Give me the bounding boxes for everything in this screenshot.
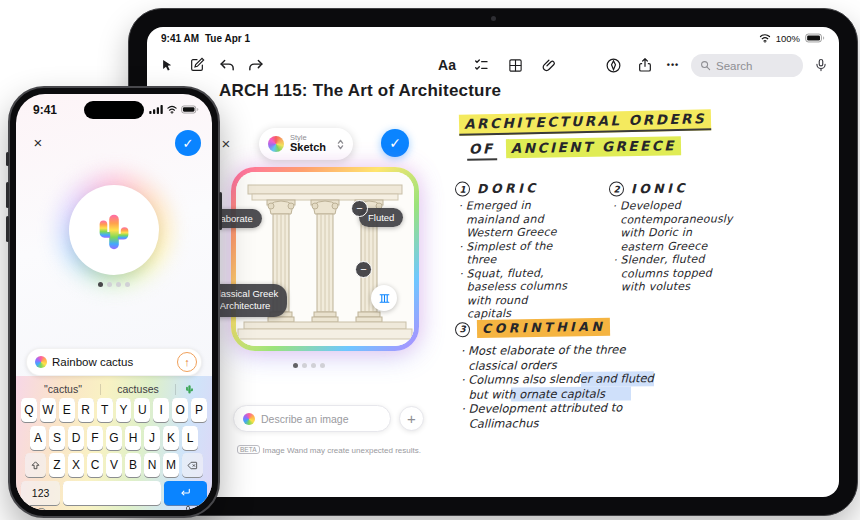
select-tool-icon[interactable] — [155, 53, 179, 77]
format-button[interactable]: Aa — [435, 53, 459, 77]
key-w[interactable]: W — [40, 398, 56, 422]
markup-pen-icon[interactable] — [601, 53, 625, 77]
undo-icon[interactable] — [215, 53, 239, 77]
note-line-with-round: with round — [459, 293, 567, 308]
key-a[interactable]: A — [30, 426, 46, 450]
key-q[interactable]: Q — [21, 398, 37, 422]
note-line--squat-fluted-: · Squat, fluted, — [459, 266, 567, 281]
remove-tag-icon[interactable]: − — [355, 261, 372, 278]
share-icon[interactable] — [633, 53, 657, 77]
key-d[interactable]: D — [68, 426, 84, 450]
suggestion-alt[interactable]: cactuses — [101, 383, 175, 395]
dynamic-island — [84, 101, 144, 119]
style-value: Sketch — [290, 142, 331, 154]
return-icon — [179, 486, 192, 499]
generated-image-card[interactable] — [231, 167, 419, 351]
chevron-up-down-icon — [337, 139, 344, 150]
note-line--simplest-of-the: · Simplest of the — [459, 239, 567, 254]
key-c[interactable]: C — [87, 453, 103, 477]
checklist-icon[interactable] — [469, 53, 493, 77]
key-z[interactable]: Z — [49, 453, 65, 477]
image-page-dots[interactable] — [293, 363, 325, 368]
search-input[interactable]: Search — [691, 54, 803, 77]
key-k[interactable]: K — [163, 426, 179, 450]
predictive-bar: "cactus" cactuses — [16, 381, 212, 397]
genmoji-icon — [35, 356, 47, 368]
circled-number: 3 — [455, 322, 470, 337]
genmoji-preview[interactable] — [69, 185, 159, 275]
action-button — [6, 152, 9, 166]
column-style-chip[interactable] — [371, 285, 397, 311]
redo-icon[interactable] — [243, 53, 267, 77]
key-l[interactable]: L — [182, 426, 198, 450]
battery-icon — [181, 105, 199, 114]
key-u[interactable]: U — [134, 398, 150, 422]
shift-key[interactable] — [25, 453, 46, 477]
note-line--slender-fluted: · Slender, fluted — [613, 252, 733, 267]
keyboard-row-1: QWERTYUIOP — [16, 398, 212, 422]
key-f[interactable]: F — [87, 426, 103, 450]
key-r[interactable]: R — [78, 398, 94, 422]
more-icon[interactable]: ••• — [661, 53, 685, 77]
suggestion-literal[interactable]: "cactus" — [26, 383, 100, 395]
return-key[interactable] — [164, 481, 207, 505]
dictation-icon[interactable] — [809, 53, 833, 77]
key-e[interactable]: E — [59, 398, 75, 422]
key-s[interactable]: S — [49, 426, 65, 450]
notes-heading-1: ARCHITECTURAL ORDERS — [459, 110, 711, 132]
date: Tue Apr 1 — [205, 33, 250, 44]
note-line--emerged-in: · Emerged in — [458, 198, 566, 213]
dictation-icon[interactable] — [182, 504, 194, 510]
style-picker[interactable]: Style Sketch — [259, 128, 353, 160]
power-button — [219, 192, 222, 230]
ipad-device: 9:41 AMTue Apr 1 100% Aa ••• Search ARCH… — [128, 8, 858, 516]
keyboard-row-4: 123 — [16, 481, 212, 505]
key-t[interactable]: T — [97, 398, 113, 422]
key-i[interactable]: I — [153, 398, 169, 422]
volume-down-button — [6, 216, 9, 242]
backspace-key[interactable] — [182, 453, 203, 477]
note-line-columns-topped: columns topped — [613, 266, 733, 281]
note-line-baseless-columns: baseless columns — [459, 279, 567, 294]
accept-image-button[interactable]: ✓ — [381, 129, 409, 157]
send-icon[interactable]: ↑ — [177, 352, 197, 372]
table-icon[interactable] — [503, 53, 527, 77]
corinthian-notes: · Most elaborate of the three classical … — [461, 342, 655, 431]
numbers-key[interactable]: 123 — [21, 481, 60, 505]
genmoji-page-dots[interactable] — [98, 282, 130, 287]
key-n[interactable]: N — [144, 453, 160, 477]
note-line-western-greece: Western Greece — [459, 225, 567, 240]
describe-image-input[interactable] — [233, 405, 391, 432]
genmoji-prompt-input[interactable]: ↑ — [26, 348, 202, 376]
note-line--developed: · Developed — [613, 198, 733, 213]
key-g[interactable]: G — [106, 426, 122, 450]
key-v[interactable]: V — [106, 453, 122, 477]
volume-up-button — [6, 182, 9, 208]
ionic-heading: 2 IONIC — [609, 180, 688, 196]
note-line-with-volutes: with volutes — [613, 279, 733, 294]
key-m[interactable]: M — [163, 453, 179, 477]
key-j[interactable]: J — [144, 426, 160, 450]
key-p[interactable]: P — [191, 398, 207, 422]
accept-genmoji-button[interactable]: ✓ — [175, 130, 201, 156]
key-o[interactable]: O — [172, 398, 188, 422]
close-icon[interactable]: × — [27, 131, 49, 153]
beta-badge: BETA — [237, 445, 260, 454]
remove-tag-icon[interactable]: − — [351, 200, 368, 217]
front-camera — [491, 16, 496, 21]
emoji-keyboard-icon[interactable]: ☺ — [34, 503, 48, 510]
clock: 9:41 — [33, 103, 57, 117]
attachment-icon[interactable] — [537, 53, 561, 77]
key-y[interactable]: Y — [116, 398, 132, 422]
key-b[interactable]: B — [125, 453, 141, 477]
cactus-emoji-suggestion[interactable] — [176, 383, 202, 395]
add-button[interactable]: + — [399, 406, 424, 431]
key-h[interactable]: H — [125, 426, 141, 450]
note-line--most-elaborate-of-the-three: · Most elaborate of the three — [461, 342, 654, 358]
key-x[interactable]: X — [68, 453, 84, 477]
space-key[interactable] — [63, 481, 161, 505]
describe-image-field[interactable] — [261, 413, 381, 425]
note-line--columns-also-slender-and-fluted: · Columns also slender and fluted — [461, 371, 654, 387]
compose-icon[interactable] — [185, 53, 209, 77]
genmoji-prompt-field[interactable] — [52, 356, 172, 368]
